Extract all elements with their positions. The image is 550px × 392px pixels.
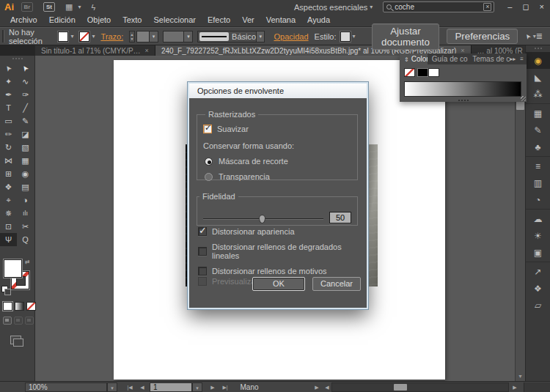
tab-color[interactable]: ⇕Color	[400, 53, 428, 64]
preferences-button[interactable]: Preferencias	[447, 29, 518, 44]
fill-color-swatch[interactable]	[58, 32, 68, 42]
hand-tool[interactable]: Ψ	[0, 233, 17, 246]
panel-drag-dots[interactable]	[400, 100, 527, 101]
previous-artboard-icon[interactable]: ◀	[138, 382, 147, 392]
artboards-icon[interactable]: ▱	[526, 297, 550, 314]
zoom-tool[interactable]: Q	[17, 233, 34, 246]
menu-ayuda[interactable]: Ayuda	[301, 14, 336, 26]
brush-definition-select[interactable]: Básico ▾	[197, 31, 265, 42]
gpu-performance-icon[interactable]: ϟ	[91, 3, 95, 12]
radio-transparency[interactable]: Transparencia	[205, 172, 351, 181]
pen-tool[interactable]: ✒	[0, 88, 17, 101]
lasso-tool[interactable]: ∿	[17, 75, 34, 88]
graphic-styles-icon[interactable]: ▣	[526, 244, 550, 261]
default-fill-stroke-icon[interactable]	[1, 286, 8, 292]
checkbox-distort-patterns[interactable]: ✓ Distorsionar rellenos de motivos	[198, 267, 367, 275]
antialias-checkbox[interactable]: ✓ Suavizar	[203, 125, 351, 133]
slice-tool[interactable]: ✂	[17, 220, 34, 233]
collapse-panels-icon[interactable]: ▸▸	[510, 56, 516, 62]
search-clear-icon[interactable]: ×	[483, 3, 491, 11]
symbol-sprayer-tool[interactable]: ✵	[0, 207, 17, 220]
draw-inside-icon[interactable]	[25, 317, 34, 325]
radio-clipping-mask[interactable]: Máscara de recorte	[205, 157, 351, 166]
menu-ver[interactable]: Ver	[236, 14, 260, 26]
menu-objeto[interactable]: Objeto	[81, 14, 117, 26]
fidelity-slider-thumb[interactable]	[259, 215, 265, 223]
stroke-width-stepper[interactable]: ▲ ▼	[129, 31, 135, 42]
horizontal-scrollbar[interactable]	[331, 382, 509, 392]
appearance-icon[interactable]: ☀	[526, 227, 550, 244]
opacity-panel-link[interactable]: Opacidad	[274, 32, 308, 41]
swatches-icon[interactable]: ▦	[526, 105, 550, 122]
search-value[interactable]: coche	[395, 3, 483, 11]
dialog-title[interactable]: Opciones de envolvente	[189, 84, 367, 98]
color-themes-icon[interactable]: ⁂	[526, 86, 550, 103]
stroke-panel-link[interactable]: Trazo:	[100, 32, 123, 41]
width-profile-select[interactable]: ▾	[163, 31, 194, 42]
stroke-icon[interactable]: ≡	[526, 158, 550, 174]
swap-fill-stroke-icon[interactable]: ⇄	[25, 259, 30, 265]
selection-tool[interactable]: ➤	[0, 62, 17, 75]
zoom-caret-icon[interactable]: ▾	[107, 382, 117, 392]
swatch-white[interactable]	[428, 68, 439, 77]
scroll-down-icon[interactable]: ▼	[516, 371, 525, 381]
width-tool[interactable]: ⋈	[0, 154, 17, 167]
blend-tool[interactable]: ◑	[17, 193, 34, 207]
stroke-width-caret-icon[interactable]: ▾	[149, 32, 158, 42]
color-panel-icon[interactable]: ◉	[526, 52, 550, 69]
menu-seleccionar[interactable]: Seleccionar	[147, 14, 201, 26]
menu-archivo[interactable]: Archivo	[4, 14, 43, 26]
type-tool[interactable]: T	[0, 101, 17, 114]
gradient-mode-button[interactable]	[15, 302, 24, 311]
search-input[interactable]: coche ×	[383, 1, 494, 12]
stock-icon[interactable]: St	[43, 2, 55, 12]
tools-panel-grip[interactable]	[0, 56, 34, 62]
fill-caret-icon[interactable]: ▾	[70, 33, 73, 40]
live-paint-tool[interactable]: ❖	[0, 180, 17, 193]
menu-texto[interactable]: Texto	[117, 14, 147, 26]
style-caret-icon[interactable]: ▾	[353, 33, 356, 40]
control-bar-grip[interactable]	[2, 30, 4, 42]
brush-caret-icon[interactable]: ▾	[256, 32, 264, 42]
pencil-tool[interactable]: ✏	[0, 127, 17, 141]
arrange-documents-caret-icon[interactable]: ▾	[78, 4, 81, 10]
none-mode-button[interactable]	[26, 302, 36, 311]
bridge-icon[interactable]: Br	[21, 2, 33, 12]
stroke-color-swatch[interactable]	[79, 32, 89, 42]
grayscale-ramp[interactable]	[404, 81, 521, 97]
scroll-left-icon[interactable]: ◀	[323, 382, 331, 392]
ok-button[interactable]: OK	[252, 277, 305, 291]
transparency-icon[interactable]: ◔	[526, 191, 550, 208]
cancel-button[interactable]: Cancelar	[312, 277, 361, 291]
graphic-style-swatch[interactable]	[340, 32, 351, 42]
menu-ventana[interactable]: Ventana	[260, 14, 301, 26]
tab-color-themes[interactable]: Temas de col	[468, 53, 510, 64]
restore-button[interactable]: ◻	[522, 2, 529, 12]
dock-grip[interactable]	[526, 45, 550, 51]
tab-color-guide[interactable]: Guía de colo	[428, 53, 468, 64]
minimize-button[interactable]: –	[507, 2, 512, 12]
export-icon[interactable]: ↗	[526, 263, 550, 280]
first-artboard-icon[interactable]: |◀	[125, 382, 135, 392]
stroke-width-select[interactable]: ▾	[136, 31, 158, 42]
rotate-tool[interactable]: ↻	[0, 141, 17, 154]
eyedropper-tool[interactable]: ⌖	[0, 193, 17, 207]
horizontal-scroll-thumb[interactable]	[394, 384, 407, 391]
color-guide-icon[interactable]: ◣	[526, 69, 550, 86]
screen-mode-icon[interactable]	[10, 336, 21, 344]
document-tab-untitled[interactable]: Sin título-1 al 71% (CMYK/P… ×	[35, 45, 155, 56]
checkbox-distort-linear-gradients[interactable]: ✓ Distorsionar rellenos de degradados li…	[198, 243, 367, 260]
scroll-right-icon[interactable]: ▶	[510, 382, 519, 392]
fidelity-value-field[interactable]: 50	[329, 212, 351, 223]
eraser-tool[interactable]: ◪	[17, 127, 34, 141]
artboard-tool[interactable]: ⊡	[0, 220, 17, 233]
vertical-scrollbar[interactable]: ▲ ▼	[515, 56, 525, 381]
workspace-switcher[interactable]: Aspectos esenciales ▾	[294, 3, 373, 12]
mesh-tool[interactable]: ⊞	[0, 167, 17, 180]
select-similar-icon[interactable]: ➤ ▾	[525, 33, 536, 40]
stroke-caret-icon[interactable]: ▾	[92, 33, 95, 40]
brushes-icon[interactable]: ✎	[526, 122, 550, 138]
control-bar-options-icon[interactable]: ≣	[536, 32, 543, 41]
draw-normal-icon[interactable]	[3, 317, 12, 325]
line-tool[interactable]: ╱	[17, 101, 34, 114]
